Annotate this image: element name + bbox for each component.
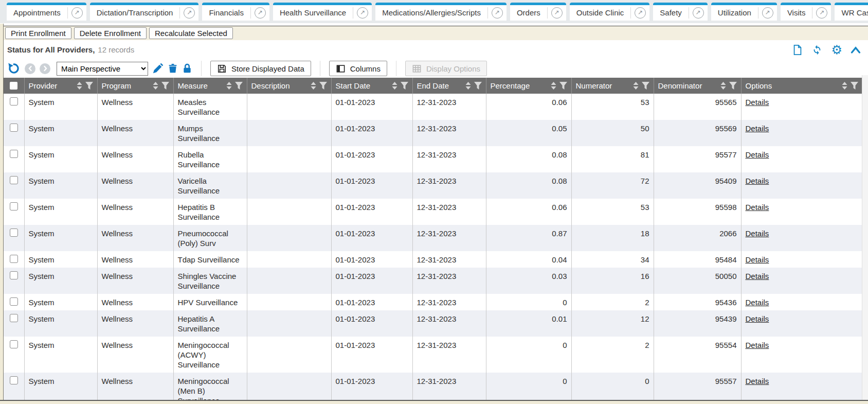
column-header-measure[interactable]: Measure <box>173 78 247 94</box>
sort-icon[interactable] <box>720 81 727 90</box>
details-link[interactable]: Details <box>746 272 769 280</box>
sort-icon[interactable] <box>152 81 159 90</box>
column-header-numerator[interactable]: Numerator <box>571 78 654 94</box>
column-header-program[interactable]: Program <box>97 78 173 94</box>
details-link[interactable]: Details <box>746 98 769 107</box>
gear-icon[interactable]: ⚙ <box>831 44 842 56</box>
tab-safety[interactable]: Safety↗ <box>653 3 708 21</box>
open-in-new-window-icon[interactable]: ↗ <box>548 5 566 21</box>
row-checkbox[interactable] <box>10 124 18 132</box>
filter-icon[interactable] <box>851 82 858 90</box>
print-enrollment-button[interactable]: Print Enrollment <box>5 27 71 39</box>
filter-icon[interactable] <box>401 82 408 90</box>
delete-enrollment-button[interactable]: Delete Enrollment <box>74 27 147 39</box>
tab-medications-allergies-scripts[interactable]: Medications/Allergies/Scripts↗ <box>375 3 507 21</box>
row-checkbox[interactable] <box>10 340 18 348</box>
details-link[interactable]: Details <box>746 341 769 349</box>
column-header-end_date[interactable]: End Date <box>412 78 486 94</box>
sort-icon[interactable] <box>465 81 472 90</box>
open-in-new-window-icon[interactable]: ↗ <box>631 5 649 21</box>
details-link[interactable]: Details <box>746 177 769 185</box>
filter-icon[interactable] <box>161 82 169 90</box>
tab-orders[interactable]: Orders↗ <box>510 3 566 21</box>
cell-percentage: 0.01 <box>486 310 571 337</box>
select-all-checkbox[interactable] <box>10 82 17 90</box>
details-link[interactable]: Details <box>746 377 769 385</box>
left-frame <box>0 24 4 404</box>
details-link[interactable]: Details <box>746 298 769 307</box>
row-checkbox[interactable] <box>10 229 18 237</box>
sort-icon[interactable] <box>76 81 83 90</box>
new-document-icon[interactable] <box>792 44 803 56</box>
lock-perspective-icon[interactable] <box>182 63 192 74</box>
filter-icon[interactable] <box>474 82 482 90</box>
table-controls-bar: Main Perspective Store Displayed Data Co… <box>4 59 868 78</box>
row-checkbox[interactable] <box>10 176 18 184</box>
filter-icon[interactable] <box>319 82 327 90</box>
open-in-new-window-icon[interactable]: ↗ <box>353 5 372 21</box>
details-link[interactable]: Details <box>746 314 769 323</box>
tab-health-surveillance[interactable]: Health Surveillance↗ <box>273 3 372 21</box>
columns-button[interactable]: Columns <box>329 61 387 76</box>
row-checkbox[interactable] <box>10 271 18 279</box>
sort-icon[interactable] <box>841 81 848 90</box>
arrow-up-right-glyph: ↗ <box>492 7 503 19</box>
sort-icon[interactable] <box>550 81 557 90</box>
details-link[interactable]: Details <box>746 229 769 238</box>
delete-perspective-icon[interactable] <box>168 63 178 74</box>
open-in-new-window-icon[interactable]: ↗ <box>689 5 708 21</box>
sort-icon[interactable] <box>226 81 232 90</box>
display-options-button[interactable]: Display Options <box>405 61 487 76</box>
tab-dictation-transcription[interactable]: Dictation/Transcription↗ <box>90 3 199 21</box>
row-checkbox[interactable] <box>10 297 18 306</box>
recalculate-selected-button[interactable]: Recalculate Selected <box>149 27 233 39</box>
tab-outside-clinic[interactable]: Outside Clinic↗ <box>570 3 650 21</box>
tab-wr-case-mgmt[interactable]: WR Case Mgmt↗ <box>835 3 868 21</box>
store-displayed-data-button[interactable]: Store Displayed Data <box>210 61 311 76</box>
row-checkbox[interactable] <box>10 202 18 210</box>
open-in-new-window-icon[interactable]: ↗ <box>488 5 507 21</box>
row-checkbox[interactable] <box>10 255 18 263</box>
open-in-new-window-icon[interactable]: ↗ <box>68 5 86 21</box>
column-header-description[interactable]: Description <box>247 78 331 94</box>
column-header-select[interactable] <box>4 78 24 94</box>
sort-icon[interactable] <box>632 81 639 90</box>
open-in-new-window-icon[interactable]: ↗ <box>758 5 777 21</box>
details-link[interactable]: Details <box>746 255 769 264</box>
open-in-new-window-icon[interactable]: ↗ <box>180 5 198 21</box>
row-checkbox[interactable] <box>10 150 18 158</box>
filter-icon[interactable] <box>642 82 649 90</box>
filter-icon[interactable] <box>85 82 93 90</box>
row-checkbox[interactable] <box>10 314 18 322</box>
refresh-icon[interactable] <box>811 44 823 56</box>
filter-icon[interactable] <box>559 82 567 90</box>
tab-appointments[interactable]: Appointments↗ <box>7 3 86 21</box>
undo-icon[interactable] <box>7 62 21 75</box>
details-link[interactable]: Details <box>746 203 769 212</box>
history-back-icon[interactable] <box>25 63 35 74</box>
details-link[interactable]: Details <box>746 150 769 159</box>
open-in-new-window-icon[interactable]: ↗ <box>251 5 269 21</box>
row-checkbox[interactable] <box>10 97 18 106</box>
perspective-select[interactable]: Main Perspective <box>57 62 148 76</box>
history-forward-icon[interactable] <box>40 63 50 74</box>
column-header-percentage[interactable]: Percentage <box>486 78 571 94</box>
filter-icon[interactable] <box>729 82 737 90</box>
sort-icon[interactable] <box>391 81 398 90</box>
column-header-provider[interactable]: Provider <box>24 78 97 94</box>
collapse-panel-icon[interactable] <box>851 46 861 54</box>
tab-financials[interactable]: Financials↗ <box>202 3 269 21</box>
tab-visits[interactable]: Visits↗ <box>781 3 831 21</box>
column-header-start_date[interactable]: Start Date <box>331 78 412 94</box>
tab-utilization[interactable]: Utilization↗ <box>711 3 777 21</box>
column-header-options[interactable]: Options <box>741 78 862 94</box>
details-link[interactable]: Details <box>746 124 769 133</box>
cell-select <box>4 199 24 225</box>
edit-perspective-icon[interactable] <box>152 63 164 74</box>
filter-icon[interactable] <box>235 82 243 90</box>
column-header-denominator[interactable]: Denominator <box>654 78 741 94</box>
row-checkbox[interactable] <box>10 376 18 384</box>
sort-icon[interactable] <box>310 81 317 90</box>
vertical-scrollbar[interactable] <box>862 75 868 400</box>
open-in-new-window-icon[interactable]: ↗ <box>812 5 831 21</box>
